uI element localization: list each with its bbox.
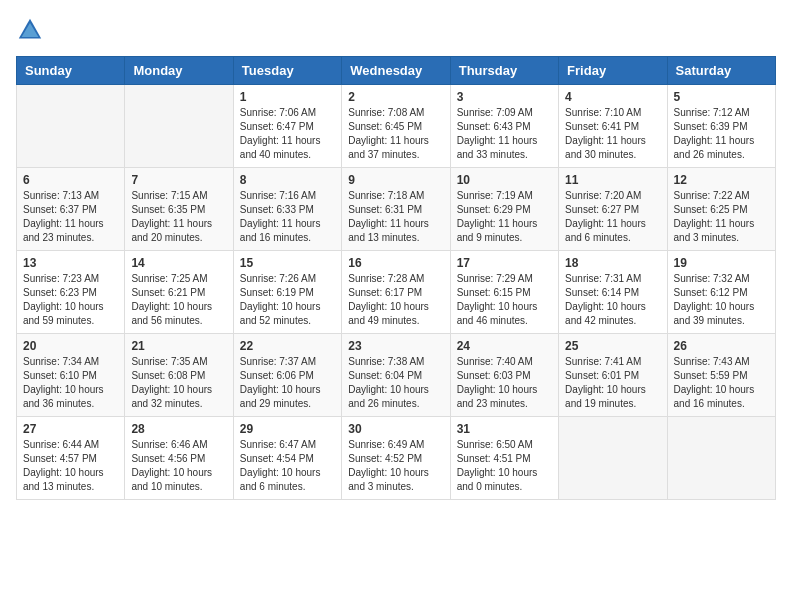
calendar-cell: 15Sunrise: 7:26 AM Sunset: 6:19 PM Dayli… (233, 251, 341, 334)
calendar-week-row: 20Sunrise: 7:34 AM Sunset: 6:10 PM Dayli… (17, 334, 776, 417)
day-info: Sunrise: 6:50 AM Sunset: 4:51 PM Dayligh… (457, 438, 552, 494)
day-info: Sunrise: 7:35 AM Sunset: 6:08 PM Dayligh… (131, 355, 226, 411)
day-info: Sunrise: 7:40 AM Sunset: 6:03 PM Dayligh… (457, 355, 552, 411)
day-info: Sunrise: 7:08 AM Sunset: 6:45 PM Dayligh… (348, 106, 443, 162)
day-info: Sunrise: 7:29 AM Sunset: 6:15 PM Dayligh… (457, 272, 552, 328)
day-number: 27 (23, 422, 118, 436)
day-info: Sunrise: 7:37 AM Sunset: 6:06 PM Dayligh… (240, 355, 335, 411)
logo (16, 16, 48, 44)
day-info: Sunrise: 7:25 AM Sunset: 6:21 PM Dayligh… (131, 272, 226, 328)
calendar-cell: 9Sunrise: 7:18 AM Sunset: 6:31 PM Daylig… (342, 168, 450, 251)
calendar-cell: 23Sunrise: 7:38 AM Sunset: 6:04 PM Dayli… (342, 334, 450, 417)
day-info: Sunrise: 7:13 AM Sunset: 6:37 PM Dayligh… (23, 189, 118, 245)
logo-icon (16, 16, 44, 44)
day-number: 23 (348, 339, 443, 353)
day-info: Sunrise: 6:49 AM Sunset: 4:52 PM Dayligh… (348, 438, 443, 494)
day-info: Sunrise: 6:46 AM Sunset: 4:56 PM Dayligh… (131, 438, 226, 494)
calendar-cell: 17Sunrise: 7:29 AM Sunset: 6:15 PM Dayli… (450, 251, 558, 334)
day-info: Sunrise: 7:09 AM Sunset: 6:43 PM Dayligh… (457, 106, 552, 162)
day-of-week-header: Tuesday (233, 57, 341, 85)
calendar-week-row: 6Sunrise: 7:13 AM Sunset: 6:37 PM Daylig… (17, 168, 776, 251)
calendar-cell: 8Sunrise: 7:16 AM Sunset: 6:33 PM Daylig… (233, 168, 341, 251)
day-number: 1 (240, 90, 335, 104)
day-info: Sunrise: 7:16 AM Sunset: 6:33 PM Dayligh… (240, 189, 335, 245)
day-info: Sunrise: 7:23 AM Sunset: 6:23 PM Dayligh… (23, 272, 118, 328)
day-number: 30 (348, 422, 443, 436)
day-number: 2 (348, 90, 443, 104)
day-number: 14 (131, 256, 226, 270)
day-number: 18 (565, 256, 660, 270)
day-number: 26 (674, 339, 769, 353)
calendar-cell: 14Sunrise: 7:25 AM Sunset: 6:21 PM Dayli… (125, 251, 233, 334)
day-info: Sunrise: 7:12 AM Sunset: 6:39 PM Dayligh… (674, 106, 769, 162)
day-info: Sunrise: 7:41 AM Sunset: 6:01 PM Dayligh… (565, 355, 660, 411)
calendar-cell: 6Sunrise: 7:13 AM Sunset: 6:37 PM Daylig… (17, 168, 125, 251)
day-number: 28 (131, 422, 226, 436)
day-number: 15 (240, 256, 335, 270)
day-number: 22 (240, 339, 335, 353)
calendar-cell: 19Sunrise: 7:32 AM Sunset: 6:12 PM Dayli… (667, 251, 775, 334)
day-of-week-header: Sunday (17, 57, 125, 85)
calendar-cell: 1Sunrise: 7:06 AM Sunset: 6:47 PM Daylig… (233, 85, 341, 168)
calendar-cell: 18Sunrise: 7:31 AM Sunset: 6:14 PM Dayli… (559, 251, 667, 334)
day-of-week-header: Thursday (450, 57, 558, 85)
day-info: Sunrise: 7:32 AM Sunset: 6:12 PM Dayligh… (674, 272, 769, 328)
calendar-cell: 12Sunrise: 7:22 AM Sunset: 6:25 PM Dayli… (667, 168, 775, 251)
calendar-cell: 16Sunrise: 7:28 AM Sunset: 6:17 PM Dayli… (342, 251, 450, 334)
day-number: 10 (457, 173, 552, 187)
calendar-cell: 29Sunrise: 6:47 AM Sunset: 4:54 PM Dayli… (233, 417, 341, 500)
calendar-week-row: 13Sunrise: 7:23 AM Sunset: 6:23 PM Dayli… (17, 251, 776, 334)
calendar: SundayMondayTuesdayWednesdayThursdayFrid… (16, 56, 776, 500)
day-number: 16 (348, 256, 443, 270)
calendar-cell (667, 417, 775, 500)
calendar-week-row: 1Sunrise: 7:06 AM Sunset: 6:47 PM Daylig… (17, 85, 776, 168)
day-info: Sunrise: 6:47 AM Sunset: 4:54 PM Dayligh… (240, 438, 335, 494)
calendar-cell: 3Sunrise: 7:09 AM Sunset: 6:43 PM Daylig… (450, 85, 558, 168)
day-number: 17 (457, 256, 552, 270)
day-number: 13 (23, 256, 118, 270)
day-number: 29 (240, 422, 335, 436)
day-number: 19 (674, 256, 769, 270)
day-number: 21 (131, 339, 226, 353)
day-of-week-header: Wednesday (342, 57, 450, 85)
header (16, 16, 776, 44)
calendar-cell: 31Sunrise: 6:50 AM Sunset: 4:51 PM Dayli… (450, 417, 558, 500)
day-number: 3 (457, 90, 552, 104)
day-number: 24 (457, 339, 552, 353)
day-info: Sunrise: 7:28 AM Sunset: 6:17 PM Dayligh… (348, 272, 443, 328)
day-number: 5 (674, 90, 769, 104)
calendar-cell: 11Sunrise: 7:20 AM Sunset: 6:27 PM Dayli… (559, 168, 667, 251)
calendar-cell: 28Sunrise: 6:46 AM Sunset: 4:56 PM Dayli… (125, 417, 233, 500)
calendar-cell (125, 85, 233, 168)
day-info: Sunrise: 7:19 AM Sunset: 6:29 PM Dayligh… (457, 189, 552, 245)
calendar-cell: 7Sunrise: 7:15 AM Sunset: 6:35 PM Daylig… (125, 168, 233, 251)
day-number: 20 (23, 339, 118, 353)
day-info: Sunrise: 7:20 AM Sunset: 6:27 PM Dayligh… (565, 189, 660, 245)
day-number: 9 (348, 173, 443, 187)
day-number: 4 (565, 90, 660, 104)
calendar-cell: 26Sunrise: 7:43 AM Sunset: 5:59 PM Dayli… (667, 334, 775, 417)
day-info: Sunrise: 7:22 AM Sunset: 6:25 PM Dayligh… (674, 189, 769, 245)
day-of-week-header: Saturday (667, 57, 775, 85)
calendar-cell: 30Sunrise: 6:49 AM Sunset: 4:52 PM Dayli… (342, 417, 450, 500)
calendar-cell: 27Sunrise: 6:44 AM Sunset: 4:57 PM Dayli… (17, 417, 125, 500)
calendar-cell: 25Sunrise: 7:41 AM Sunset: 6:01 PM Dayli… (559, 334, 667, 417)
day-number: 11 (565, 173, 660, 187)
calendar-cell: 2Sunrise: 7:08 AM Sunset: 6:45 PM Daylig… (342, 85, 450, 168)
day-info: Sunrise: 7:06 AM Sunset: 6:47 PM Dayligh… (240, 106, 335, 162)
day-number: 25 (565, 339, 660, 353)
calendar-cell (17, 85, 125, 168)
calendar-cell: 24Sunrise: 7:40 AM Sunset: 6:03 PM Dayli… (450, 334, 558, 417)
day-of-week-header: Monday (125, 57, 233, 85)
calendar-week-row: 27Sunrise: 6:44 AM Sunset: 4:57 PM Dayli… (17, 417, 776, 500)
day-number: 6 (23, 173, 118, 187)
calendar-cell: 13Sunrise: 7:23 AM Sunset: 6:23 PM Dayli… (17, 251, 125, 334)
day-number: 12 (674, 173, 769, 187)
day-info: Sunrise: 7:34 AM Sunset: 6:10 PM Dayligh… (23, 355, 118, 411)
calendar-cell: 20Sunrise: 7:34 AM Sunset: 6:10 PM Dayli… (17, 334, 125, 417)
day-info: Sunrise: 7:10 AM Sunset: 6:41 PM Dayligh… (565, 106, 660, 162)
day-info: Sunrise: 7:31 AM Sunset: 6:14 PM Dayligh… (565, 272, 660, 328)
day-number: 31 (457, 422, 552, 436)
calendar-cell: 10Sunrise: 7:19 AM Sunset: 6:29 PM Dayli… (450, 168, 558, 251)
day-info: Sunrise: 7:18 AM Sunset: 6:31 PM Dayligh… (348, 189, 443, 245)
